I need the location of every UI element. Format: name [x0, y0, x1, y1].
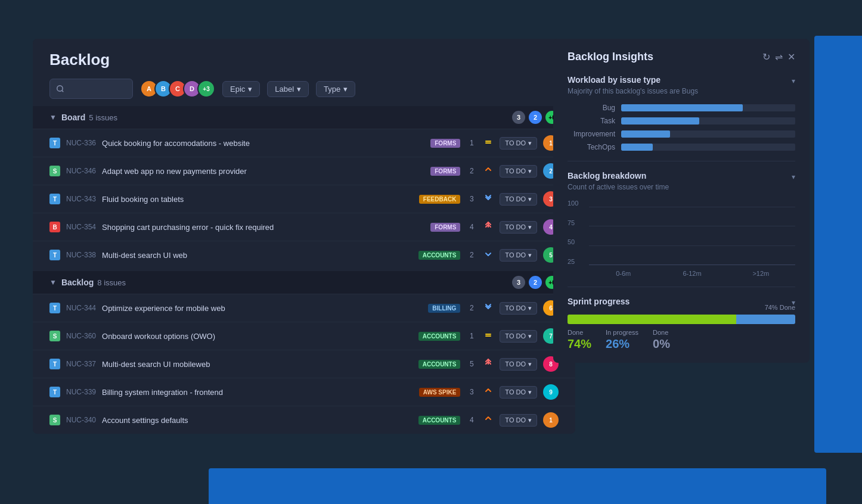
blue-accent-right: [814, 36, 862, 453]
workload-label: TechOps: [568, 143, 615, 151]
board-section-title: Board: [61, 113, 85, 122]
breakdown-subtitle: Count of active issues over time: [568, 183, 795, 191]
status-chevron-icon: ▾: [528, 416, 532, 424]
priority-icon: [483, 302, 494, 314]
sprint-stat-done-label: Done: [568, 329, 591, 336]
issue-row[interactable]: B NUC-354 Shopping cart purchasing error…: [33, 213, 575, 241]
sprint-stat-inprogress-value: 26%: [606, 337, 638, 351]
status-chevron-icon: ▾: [528, 360, 532, 368]
workload-row: Task: [568, 117, 795, 125]
status-chevron-icon: ▾: [528, 167, 532, 175]
svg-rect-5: [485, 335, 491, 337]
status-button[interactable]: TO DO ▾: [500, 386, 537, 399]
issue-id: NUC-339: [66, 388, 96, 396]
x-label-2: 6-12m: [658, 270, 726, 277]
x-label-3: >12m: [727, 270, 795, 277]
status-button[interactable]: TO DO ▾: [500, 249, 537, 262]
workload-bar: [621, 104, 743, 111]
issue-type-icon: T: [49, 250, 60, 260]
issue-row[interactable]: T NUC-337 Multi-dest search UI mobileweb…: [33, 350, 575, 378]
issue-row[interactable]: S NUC-340 Account settings defaults ACCO…: [33, 406, 575, 434]
workload-row: TechOps: [568, 143, 795, 151]
issue-id: NUC-336: [66, 139, 96, 147]
issue-title: Account settings defaults: [102, 416, 413, 425]
issue-type-icon: B: [49, 222, 60, 232]
insights-refresh-button[interactable]: ↻: [762, 51, 770, 63]
section-divider-1: [568, 161, 795, 161]
issue-row[interactable]: S NUC-346 Adapt web app no new payments …: [33, 157, 575, 185]
y-label-50: 50: [568, 238, 578, 245]
priority-icon: [483, 221, 494, 233]
status-button[interactable]: TO DO ▾: [500, 358, 537, 371]
sprint-stat-remaining-label: Done: [653, 329, 670, 336]
issue-row[interactable]: T NUC-344 Optimize experience for mobile…: [33, 294, 575, 322]
issue-tag: FEEDBACK: [419, 195, 461, 204]
status-button[interactable]: TO DO ▾: [500, 414, 537, 427]
issue-id: NUC-354: [66, 223, 96, 231]
issue-type-icon: S: [49, 415, 60, 425]
label-filter-button[interactable]: Label ▾: [267, 81, 309, 97]
status-label: TO DO: [505, 416, 526, 424]
issue-row[interactable]: T NUC-338 Multi-dest search UI web ACCOU…: [33, 241, 575, 269]
issue-num: 2: [466, 304, 477, 312]
issue-row[interactable]: T NUC-336 Quick booking for accomodation…: [33, 129, 575, 157]
workload-section-header: Workload by issue type ▾: [568, 75, 795, 87]
issue-row[interactable]: S NUC-360 Onboard workout options (OWO) …: [33, 322, 575, 350]
section-divider-2: [568, 287, 795, 287]
sprint-stat-remaining: Done 0%: [653, 329, 670, 351]
issue-id: NUC-343: [66, 195, 96, 203]
priority-icon: [483, 137, 494, 149]
sprint-bar-inprogress: [736, 315, 795, 324]
issue-row[interactable]: T NUC-343 Fluid booking on tablets FEEDB…: [33, 185, 575, 213]
status-chevron-icon: ▾: [528, 223, 532, 231]
insights-title: Backlog Insights: [568, 51, 762, 63]
issue-row[interactable]: T NUC-339 Billing system integration - f…: [33, 378, 575, 406]
breakdown-title: Backlog breakdown: [568, 171, 646, 181]
workload-label: Improvement: [568, 130, 615, 138]
status-label: TO DO: [505, 388, 526, 396]
y-label-25: 25: [568, 258, 578, 265]
status-button[interactable]: TO DO ▾: [500, 193, 537, 206]
workload-row: Bug: [568, 104, 795, 112]
backlog-issue-count: 8 issues: [97, 278, 126, 287]
status-button[interactable]: TO DO ▾: [500, 330, 537, 343]
status-label: TO DO: [505, 223, 526, 231]
status-button[interactable]: TO DO ▾: [500, 221, 537, 234]
workload-bars: Bug Task Improvement TechOps: [568, 104, 795, 151]
svg-rect-4: [485, 334, 491, 335]
issue-type-icon: S: [49, 166, 60, 176]
x-label-1: 0-6m: [589, 270, 658, 277]
issue-id: NUC-346: [66, 167, 96, 175]
status-label: TO DO: [505, 195, 526, 203]
avatar-group: A B C D +3: [140, 80, 215, 98]
insights-settings-button[interactable]: ⇌: [775, 51, 783, 63]
issue-tag: BILLING: [428, 304, 460, 313]
search-box[interactable]: [49, 79, 133, 99]
backlog-chevron-icon: ▼: [49, 278, 57, 287]
status-button[interactable]: TO DO ▾: [500, 165, 537, 178]
issue-title: Quick booking for accomodations - websit…: [102, 139, 424, 148]
type-filter-button[interactable]: Type ▾: [316, 81, 355, 97]
avatar-more[interactable]: +3: [197, 80, 215, 98]
status-label: TO DO: [505, 332, 526, 340]
insights-close-button[interactable]: ✕: [787, 51, 795, 63]
issue-tag: FORMS: [430, 167, 460, 176]
priority-icon: [483, 193, 494, 205]
issue-type-icon: T: [49, 387, 60, 397]
workload-label: Bug: [568, 104, 615, 112]
workload-subtitle: Majority of this backlog's issues are Bu…: [568, 87, 795, 95]
chart-y-labels: 100 75 50 25: [568, 200, 578, 265]
epic-filter-button[interactable]: Epic ▾: [222, 81, 260, 97]
issue-title: Onboard workout options (OWO): [102, 332, 413, 341]
insights-actions: ↻ ⇌ ✕: [762, 51, 795, 63]
board-section-header[interactable]: ▼ Board 5 issues 3 2 +0: [33, 106, 575, 129]
status-button[interactable]: TO DO ▾: [500, 137, 537, 150]
board-badge-2: 2: [529, 111, 542, 124]
sprint-stat-remaining-value: 0%: [653, 337, 670, 351]
issue-tag: ACCOUNTS: [418, 251, 461, 260]
assignee-avatar: 9: [543, 384, 559, 400]
insights-panel: Backlog Insights ↻ ⇌ ✕ Workload by issue…: [553, 39, 810, 363]
toolbar: A B C D +3 Epic ▾ Label ▾ Type ▾: [49, 79, 559, 99]
status-button[interactable]: TO DO ▾: [500, 302, 537, 315]
backlog-section-header[interactable]: ▼ Backlog 8 issues 3 2 +0: [33, 271, 575, 294]
